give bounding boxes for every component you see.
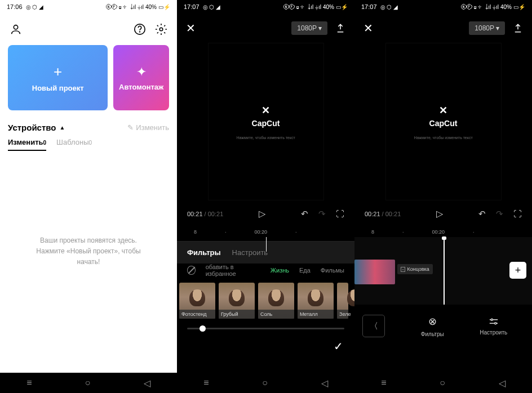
nav-home-icon[interactable]: ○ xyxy=(262,378,268,388)
timeline-ruler[interactable]: 8·00:20· xyxy=(354,227,532,237)
tab-filters[interactable]: Фильтры xyxy=(187,248,221,257)
no-filter-icon[interactable] xyxy=(187,266,196,275)
svg-point-4 xyxy=(491,319,493,320)
add-clip-button[interactable]: + xyxy=(509,262,526,279)
filter-thumbnails: Фотостенд Грубый Соль Металл Зеле xyxy=(177,283,354,319)
cat-food[interactable]: Еда xyxy=(299,267,311,274)
adjust-icon xyxy=(488,317,499,326)
filters-icon: ⊗ xyxy=(428,315,437,328)
back-button[interactable]: 〈 xyxy=(362,315,385,337)
nav-back-icon[interactable]: ◁ xyxy=(499,378,506,388)
play-icon[interactable]: ▷ xyxy=(259,208,265,219)
export-icon[interactable] xyxy=(335,23,345,33)
tool-adjust[interactable]: Настроить xyxy=(463,317,525,336)
plus-icon: + xyxy=(54,63,62,81)
cat-favorites[interactable]: обавить в избранное xyxy=(206,264,260,277)
timeline[interactable]: ▫Концовка + xyxy=(354,237,532,305)
playhead[interactable] xyxy=(444,237,445,305)
status-time: 17:06 xyxy=(7,3,23,10)
nav-recent-icon[interactable]: ≡ xyxy=(381,378,386,388)
video-preview[interactable]: ✕ CapCut Нажмите, чтобы изменить текст xyxy=(208,43,324,200)
undo-icon[interactable]: ↶ xyxy=(478,209,486,219)
status-bar: 17:06 ◎ ⬡ ◢ ⓃⒻ ⚼ ᯤ ⏚ıl ⏚ıl40%▭⚡ xyxy=(0,0,177,14)
nav-home-icon[interactable]: ○ xyxy=(85,378,91,388)
nav-recent-icon[interactable]: ≡ xyxy=(26,378,32,388)
settings-icon[interactable] xyxy=(154,23,168,36)
svg-point-3 xyxy=(159,28,163,31)
fullscreen-icon[interactable]: ⛶ xyxy=(336,209,344,218)
status-time: 17:07 xyxy=(361,3,377,10)
redo-icon[interactable]: ↷ xyxy=(318,209,326,219)
resolution-button[interactable]: 1080P▾ xyxy=(469,21,505,35)
time-total: 00:21 xyxy=(385,211,401,217)
svg-point-5 xyxy=(494,322,496,324)
ending-marker[interactable]: ▫Концовка xyxy=(397,264,433,274)
profile-icon[interactable] xyxy=(9,23,23,36)
auto-montage-card[interactable]: ✦ Автомонтаж xyxy=(113,45,169,110)
svg-point-2 xyxy=(140,32,140,32)
tab-templates[interactable]: Шаблоны0 xyxy=(56,138,92,151)
filter-slider[interactable] xyxy=(187,328,344,329)
nav-bar: ≡ ○ ◁ xyxy=(0,373,177,393)
time-total: 00:21 xyxy=(208,211,224,217)
capcut-logo-icon: ✕ xyxy=(261,104,270,117)
time-current: 00:21 xyxy=(187,211,203,217)
wand-icon: ✦ xyxy=(136,65,147,79)
nav-recent-icon[interactable]: ≡ xyxy=(203,378,209,388)
play-icon[interactable]: ▷ xyxy=(436,208,443,219)
chevron-up-icon: ▲ xyxy=(60,124,65,131)
nav-bar: ≡ ○ ◁ xyxy=(177,373,354,393)
undo-icon[interactable]: ↶ xyxy=(301,209,308,219)
nav-back-icon[interactable]: ◁ xyxy=(144,378,150,388)
help-icon[interactable] xyxy=(133,23,147,36)
resolution-button[interactable]: 1080P▾ xyxy=(291,21,327,35)
nav-home-icon[interactable]: ○ xyxy=(440,378,445,388)
playhead[interactable] xyxy=(266,237,267,252)
pencil-icon: ✎ xyxy=(127,123,134,132)
time-current: 00:21 xyxy=(365,211,380,217)
tool-filters[interactable]: ⊗ Фильтры xyxy=(402,315,463,337)
redo-icon[interactable]: ↷ xyxy=(496,209,503,219)
cat-movies[interactable]: Фильмы xyxy=(321,267,344,274)
chevron-down-icon: ▾ xyxy=(496,24,499,32)
new-project-card[interactable]: + Новый проект xyxy=(8,45,108,110)
status-time: 17:07 xyxy=(184,3,200,10)
export-icon[interactable] xyxy=(513,23,523,33)
video-clip[interactable] xyxy=(354,260,395,284)
video-preview[interactable]: ✕ CapCut Нажмите, чтобы изменить текст xyxy=(385,43,502,200)
capcut-logo-icon: ✕ xyxy=(439,104,447,117)
nav-back-icon[interactable]: ◁ xyxy=(321,378,328,388)
tab-adjust[interactable]: Настроить xyxy=(232,248,268,257)
nav-bar: ≡ ○ ◁ xyxy=(354,373,532,393)
filter-thumb[interactable]: Соль xyxy=(258,283,294,319)
filter-thumb[interactable]: Фотостенд xyxy=(179,283,215,319)
status-bar: 17:07 ◎ ⬡ ◢ ⓃⒻ ⚼ ᯤ ⏚ıl ⏚ıl40%▭⚡ xyxy=(177,0,354,14)
close-icon[interactable]: ✕ xyxy=(363,21,373,35)
edit-button[interactable]: ✎ Изменить xyxy=(127,123,169,132)
chevron-down-icon: ▾ xyxy=(318,24,322,32)
status-bar: 17:07 ◎ ⬡ ◢ ⓃⒻ ⚼ ᯤ ⏚ıl ⏚ıl40%▭⚡ xyxy=(354,0,532,14)
filter-thumb[interactable]: Металл xyxy=(298,283,334,319)
filter-thumb[interactable]: Грубый xyxy=(219,283,255,319)
confirm-icon[interactable]: ✓ xyxy=(334,340,343,353)
timeline-ruler[interactable]: 8·00:20· xyxy=(177,227,354,237)
svg-point-0 xyxy=(14,25,17,29)
close-icon[interactable]: ✕ xyxy=(186,21,196,35)
fullscreen-icon[interactable]: ⛶ xyxy=(513,209,522,218)
filter-thumb[interactable]: Зеле xyxy=(337,283,348,319)
cat-life[interactable]: Жизнь xyxy=(271,267,289,274)
tab-edit[interactable]: Изменить0 xyxy=(8,138,46,151)
device-dropdown[interactable]: Устройство ▲ xyxy=(8,123,65,132)
empty-state: Ваши проекты появятся здесь. Нажмите «Но… xyxy=(0,235,177,268)
